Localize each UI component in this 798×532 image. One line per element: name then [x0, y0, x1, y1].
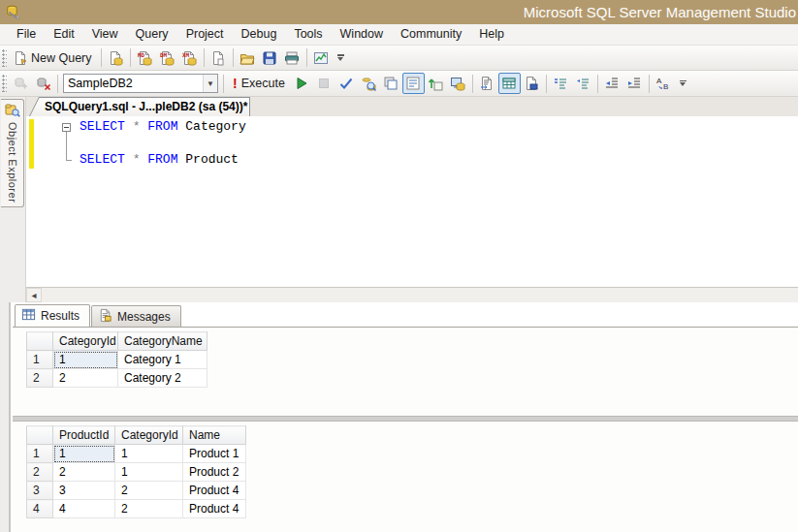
change-case-icon: AB [655, 76, 671, 91]
grid-cell-selected[interactable]: 1 [53, 351, 118, 369]
grid-cell[interactable]: Product 2 [183, 463, 246, 482]
comment-out-lines-button[interactable] [550, 73, 572, 94]
row-header[interactable]: 2 [27, 463, 53, 482]
tab-results[interactable]: Results [15, 304, 90, 327]
stop-icon [316, 76, 332, 91]
connect-button[interactable] [10, 73, 32, 94]
grid-cell[interactable]: Category 2 [118, 369, 207, 388]
menu-debug[interactable]: Debug [233, 24, 286, 45]
toolbar-separator [649, 75, 650, 93]
uncomment-lines-button[interactable] [572, 73, 594, 94]
tab-messages[interactable]: Messages [91, 305, 181, 327]
grid-cell[interactable]: 4 [53, 500, 115, 518]
code-fold-collapse-icon[interactable] [62, 123, 71, 132]
execute-button[interactable]: !Execute [227, 73, 291, 94]
svg-text:DM: DM [160, 51, 168, 58]
grid-corner-header[interactable] [27, 332, 53, 351]
print-button[interactable] [281, 47, 303, 69]
grid-cell[interactable]: Product 4 [183, 482, 246, 500]
results-to-grid-button[interactable] [498, 73, 521, 94]
table-row: 442Product 4 [27, 500, 246, 518]
grid-corner-header[interactable] [27, 426, 53, 445]
include-client-statistics-button[interactable] [447, 73, 469, 94]
svg-text:A: A [656, 77, 662, 85]
editor-horizontal-scrollbar[interactable]: ◂ [26, 287, 798, 302]
stop-button[interactable] [313, 73, 335, 94]
row-header[interactable]: 1 [27, 351, 53, 369]
debug-button[interactable] [291, 73, 313, 94]
menu-file[interactable]: File [8, 24, 45, 45]
dmx-query-icon: DM [159, 50, 175, 66]
grid-cell[interactable]: 2 [115, 482, 183, 500]
svg-text:B: B [663, 82, 668, 91]
column-header-categoryname[interactable]: CategoryName [118, 332, 207, 351]
toolbar-grip[interactable] [2, 75, 7, 92]
ssms-app-icon [5, 4, 21, 20]
code-line-2[interactable] [80, 136, 798, 152]
code-line-1[interactable]: SELECT * FROM Category [80, 119, 798, 136]
code-line-3[interactable]: SELECT * FROM Product [80, 152, 798, 169]
column-header-categoryid[interactable]: CategoryId [115, 426, 183, 445]
sql-toolbar-options-chevron[interactable] [677, 80, 689, 87]
grid-cell[interactable]: 3 [53, 482, 115, 500]
row-header[interactable]: 4 [27, 500, 53, 518]
grid-cell[interactable]: 1 [115, 463, 183, 482]
combobox-dropdown-arrow-icon[interactable]: ▼ [203, 75, 217, 92]
parse-query-button[interactable] [335, 73, 358, 94]
indent-dec-icon [604, 76, 620, 91]
change-connection-button[interactable] [32, 73, 54, 94]
standard-toolbar-options-chevron[interactable] [335, 54, 347, 61]
row-header[interactable]: 3 [27, 482, 53, 500]
analysis-services-dmx-query-button[interactable]: DM [156, 47, 178, 69]
grid-cell[interactable]: Product 1 [183, 445, 246, 463]
grid-cell[interactable]: 1 [115, 445, 183, 463]
left-dock-strip [0, 302, 11, 532]
menu-edit[interactable]: Edit [45, 24, 83, 45]
toolbar-grip[interactable] [2, 49, 7, 67]
specify-template-parameters-button[interactable]: AB [653, 73, 675, 94]
menu-project[interactable]: Project [177, 24, 233, 45]
database-engine-query-button[interactable] [105, 47, 127, 69]
scroll-left-button[interactable]: ◂ [26, 288, 42, 302]
grid-cell[interactable]: 2 [53, 463, 115, 482]
analysis-services-mdx-query-button[interactable]: MD [134, 47, 156, 69]
new-document-button[interactable] [207, 47, 230, 69]
grid-cell[interactable]: Category 1 [118, 351, 207, 369]
sql-code-editor[interactable]: SELECT * FROM Category SELECT * FROM Pro… [26, 116, 798, 287]
query-options-button[interactable] [380, 73, 402, 94]
grid-cell[interactable]: Product 4 [183, 500, 246, 518]
column-header-categoryid[interactable]: CategoryId [53, 332, 118, 351]
intellisense-enabled-button[interactable] [402, 73, 425, 94]
new-query-button[interactable]: New Query [10, 47, 98, 69]
available-databases-combobox[interactable]: SampleDB2▼ [63, 74, 218, 93]
query-tab-title: SQLQuery1.sql - J...pleDB2 (sa (54))* [29, 97, 250, 116]
column-header-name[interactable]: Name [183, 426, 246, 445]
res-text-icon [479, 76, 495, 91]
menu-community[interactable]: Community [392, 24, 470, 45]
results-to-text-button[interactable] [476, 73, 498, 94]
menu-view[interactable]: View [83, 24, 127, 45]
increase-indent-button[interactable] [623, 73, 646, 94]
column-header-productid[interactable]: ProductId [53, 426, 115, 445]
table-row: 111Product 1 [27, 445, 246, 463]
display-estimated-execution-plan-button[interactable] [358, 73, 380, 94]
menu-help[interactable]: Help [470, 24, 513, 45]
query-document-tab[interactable]: SQLQuery1.sql - J...pleDB2 (sa (54))* [29, 97, 250, 116]
results-to-file-button[interactable] [521, 73, 543, 94]
decrease-indent-button[interactable] [601, 73, 623, 94]
grid-cell[interactable]: 2 [53, 369, 118, 388]
object-explorer-collapsed-tab[interactable]: Object Explorer [1, 99, 24, 207]
grid-cell[interactable]: 2 [115, 500, 183, 518]
row-header[interactable]: 2 [27, 369, 53, 388]
save-button[interactable] [259, 47, 281, 69]
grid-cell-selected[interactable]: 1 [53, 445, 115, 463]
include-actual-execution-plan-button[interactable] [425, 73, 447, 94]
open-file-button[interactable] [237, 47, 259, 69]
menu-query[interactable]: Query [127, 24, 177, 45]
activity-monitor-button[interactable] [310, 47, 333, 69]
row-header[interactable]: 1 [27, 445, 53, 463]
menu-tools[interactable]: Tools [285, 24, 331, 45]
analysis-services-xmla-query-button[interactable]: XM [178, 47, 201, 69]
mdx-query-icon: MD [137, 50, 152, 66]
menu-window[interactable]: Window [332, 24, 392, 45]
